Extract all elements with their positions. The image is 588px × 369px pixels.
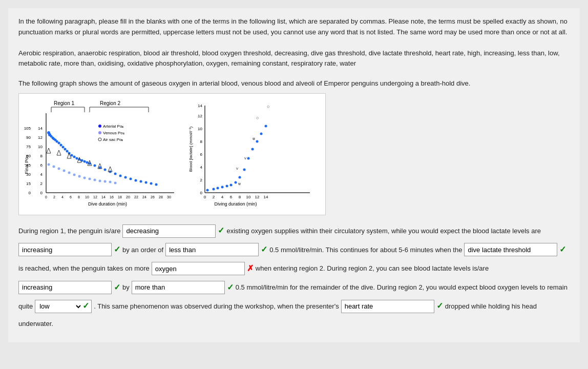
svg-point-66 [83, 160, 86, 163]
svg-point-56 [60, 144, 62, 147]
svg-point-130 [239, 176, 241, 179]
svg-point-135 [260, 133, 263, 135]
right-graph-svg: 0 2 4 6 8 10 12 14 0 2 4 6 8 10 12 14 Di… [187, 98, 315, 211]
sentence2-suffix: 0.5 mmol/litre/min. This continues for a… [269, 244, 462, 256]
svg-text:0: 0 [45, 195, 47, 199]
svg-point-85 [63, 170, 66, 172]
right-graph: 0 2 4 6 8 10 12 14 0 2 4 6 8 10 12 14 Di… [187, 98, 315, 211]
svg-text:4: 4 [200, 165, 203, 170]
left-graph: Region 1 Region 2 0 2 4 6 [23, 98, 182, 211]
sentence2-mid1: by an order of [122, 244, 163, 256]
sentence2-row: ✓ by an order of ✓ 0.5 mmol/litre/min. T… [18, 242, 570, 257]
svg-point-71 [104, 169, 107, 171]
sentence2-check2: ✓ [261, 242, 267, 257]
sentence5-select-wrapper[interactable]: low high decreasing increasing ✓ [35, 300, 92, 313]
sentence1-check1: ✓ [218, 223, 224, 238]
svg-text:10: 10 [246, 195, 251, 199]
svg-text:0: 0 [40, 191, 43, 195]
svg-text:20: 20 [126, 195, 130, 199]
sentence5-select[interactable]: low high decreasing increasing [35, 300, 82, 313]
svg-text:Venous Po₂: Venous Po₂ [103, 131, 124, 135]
svg-point-90 [89, 178, 91, 180]
svg-text:0: 0 [200, 191, 203, 195]
svg-text:12: 12 [38, 135, 43, 140]
sentence5-check2: ✓ [436, 299, 443, 314]
svg-text:16: 16 [110, 195, 114, 199]
svg-marker-97 [57, 150, 61, 155]
sentence4-suffix: 0.5 mmol/litre/min for the remainder of … [236, 281, 568, 293]
svg-text:Air sac Po₂: Air sac Po₂ [103, 137, 123, 142]
svg-point-92 [99, 180, 101, 182]
svg-point-44 [98, 131, 101, 134]
svg-text:ʊ: ʊ [238, 181, 241, 186]
sentence2-check3: ✓ [559, 242, 566, 257]
svg-text:10: 10 [38, 145, 43, 149]
sentence2-input2[interactable] [165, 243, 259, 256]
sentence2-input1[interactable] [18, 243, 112, 256]
svg-point-93 [104, 180, 107, 183]
svg-point-77 [135, 179, 137, 182]
svg-text:14: 14 [198, 104, 202, 108]
sentence3-input1[interactable] [152, 262, 245, 275]
terms-list: Aerobic respiration, anaerobic respirati… [18, 48, 570, 70]
svg-text:14: 14 [264, 195, 268, 199]
svg-text:4: 4 [221, 195, 224, 199]
svg-point-126 [221, 186, 224, 189]
sentence4-check1: ✓ [114, 280, 120, 295]
svg-point-125 [217, 187, 219, 190]
svg-point-82 [48, 163, 50, 166]
sentence4-input2[interactable] [132, 281, 225, 294]
svg-text:14: 14 [101, 195, 106, 199]
svg-point-80 [150, 182, 153, 185]
svg-text:12: 12 [93, 195, 97, 199]
svg-point-81 [155, 183, 158, 186]
svg-text:○: ○ [267, 104, 269, 109]
svg-point-127 [226, 185, 228, 188]
svg-point-73 [114, 173, 117, 175]
sentence4-row: ✓ by ✓ 0.5 mmol/litre/min for the remain… [18, 280, 570, 295]
svg-point-89 [83, 177, 86, 179]
svg-point-134 [256, 140, 259, 143]
svg-point-55 [58, 142, 60, 145]
sentence2-input3[interactable] [464, 243, 557, 256]
svg-text:26: 26 [151, 195, 155, 199]
svg-text:8: 8 [239, 195, 241, 199]
svg-text:10: 10 [198, 127, 202, 131]
svg-point-91 [94, 179, 96, 181]
svg-point-83 [53, 166, 55, 168]
svg-point-132 [247, 157, 250, 160]
svg-point-128 [230, 184, 233, 187]
svg-text:24: 24 [142, 195, 146, 199]
svg-text:6: 6 [200, 152, 203, 157]
svg-point-86 [68, 172, 71, 174]
svg-point-95 [114, 182, 117, 184]
svg-point-124 [213, 188, 215, 191]
svg-text:v: v [244, 156, 246, 160]
svg-point-62 [73, 156, 76, 158]
graph-intro: The following graph shows the amount of … [18, 79, 570, 87]
sentence5-check1: ✓ [82, 299, 91, 314]
svg-point-131 [243, 169, 246, 171]
svg-text:4: 4 [40, 172, 43, 177]
svg-text:18: 18 [118, 195, 122, 199]
svg-text:Dive duration (min): Dive duration (min) [88, 201, 127, 207]
sentence3-row: is reached, when the penguin takes on mo… [18, 261, 570, 276]
sentence5-input2[interactable] [341, 300, 434, 313]
svg-point-63 [76, 157, 78, 160]
sentence1-input1[interactable] [122, 224, 216, 238]
instruction-paragraph: In the following paragraph, please fill … [18, 16, 570, 38]
sentence2-check1: ✓ [114, 242, 120, 257]
svg-text:2: 2 [40, 181, 43, 186]
svg-text:8: 8 [40, 154, 43, 158]
svg-text:6: 6 [230, 195, 233, 199]
svg-point-42 [98, 125, 101, 128]
svg-point-136 [265, 125, 267, 128]
svg-text:10: 10 [85, 195, 89, 199]
svg-text:○: ○ [256, 115, 259, 120]
sentence4-input1[interactable] [18, 281, 112, 294]
svg-text:ʊ: ʊ [253, 136, 255, 141]
svg-point-59 [66, 150, 69, 153]
svg-text:90: 90 [26, 135, 31, 140]
svg-point-57 [62, 146, 65, 149]
svg-text:0: 0 [204, 195, 206, 199]
